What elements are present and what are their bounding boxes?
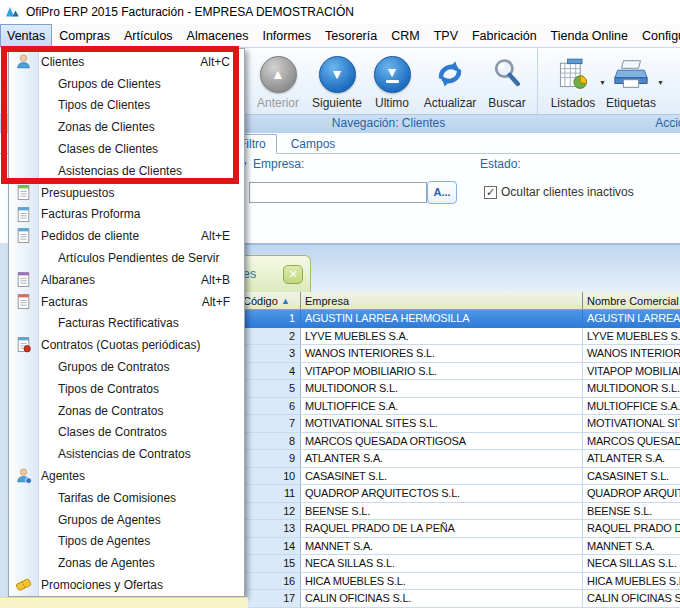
menubar-item-configuracion[interactable]: Configuración <box>635 24 680 47</box>
cell-nombre-comercial: NECA SILLAS S.L. <box>583 555 680 573</box>
document-blue-icon <box>15 206 32 223</box>
column-header-nombre-comercial[interactable]: Nombre Comercial <box>583 292 680 309</box>
toolbar-button-ultimo[interactable]: ▼Ultimo <box>366 53 418 110</box>
menubar-item-articulos[interactable]: Artículos <box>117 24 180 47</box>
menu-item-contratos-cuotas-periodicas[interactable]: Contratos (Cuotas periódicas) <box>9 334 244 356</box>
annotation-red-box <box>1 46 239 184</box>
toolbar-button-label: Etiquetas <box>606 96 656 110</box>
ticket-icon <box>15 576 32 593</box>
menu-item-label: Tipos de Agentes <box>58 534 150 548</box>
menu-item-grupos-de-contratos[interactable]: Grupos de Contratos <box>9 356 244 378</box>
menu-item-facturas-proforma[interactable]: Facturas Proforma <box>9 204 244 226</box>
title-bar: OfiPro ERP 2015 Facturación - EMPRESA DE… <box>0 0 680 24</box>
cell-nombre-comercial: ATLANTER S.A. <box>583 450 680 468</box>
cell-nombre-comercial: VITAPOP MOBILIARIO S.L. <box>583 363 680 381</box>
toolbar-button-label: Actualizar <box>424 96 477 110</box>
cell-nombre-comercial: WANOS INTERIORES S.L. <box>583 345 680 363</box>
menu-item-facturas-rectificativas[interactable]: Facturas Rectificativas <box>9 313 244 335</box>
menu-item-zonas-de-agentes[interactable]: Zonas de Agentes <box>9 552 244 574</box>
empresa-input[interactable] <box>249 182 427 203</box>
toolbar-button-siguiente[interactable]: ▼Siguiente <box>308 53 366 110</box>
table-row[interactable]: 1AGUSTIN LARREA HERMOSILLAAGUSTIN LARREA… <box>195 310 680 328</box>
table-row[interactable]: 17CALIN OFICINAS S.L.CALIN OFICINAS S.L. <box>195 590 680 608</box>
table-row[interactable]: 3WANOS INTERIORES S.L.WANOS INTERIORES S… <box>195 345 680 363</box>
menu-item-clases-de-contratos[interactable]: Clases de Contratos <box>9 422 244 444</box>
toolbar-button-anterior[interactable]: ▲Anterior <box>248 53 308 110</box>
menubar-item-tienda-online[interactable]: Tienda Online <box>544 24 635 47</box>
menu-item-zonas-de-contratos[interactable]: Zonas de Contratos <box>9 400 244 422</box>
menu-item-label: Albaranes <box>41 273 95 287</box>
grid-panel: Clientes ✕ Código ▲ Empresa Nombre Comer… <box>188 243 680 608</box>
table-row[interactable]: 15NECA SILLAS S.L.NECA SILLAS S.L. <box>195 555 680 573</box>
cell-nombre-comercial: MULTIDONOR S.L. <box>583 380 680 398</box>
menu-item-presupuestos[interactable]: Presupuestos <box>9 182 244 204</box>
cell-empresa: MANNET S.A. <box>301 538 583 556</box>
menu-item-asistencias-de-contratos[interactable]: Asistencias de Contratos <box>9 443 244 465</box>
contract-icon <box>15 336 32 353</box>
toolbar-button-etiquetas[interactable]: Etiquetas▼ <box>602 53 660 110</box>
menubar-item-fabricacion[interactable]: Fabricación <box>465 24 544 47</box>
menu-item-label: Zonas de Contratos <box>58 404 163 418</box>
toolbar-group-acciones: Listados▼Etiquetas▼Acciones <box>538 48 680 133</box>
menu-item-label: Artículos Pendientes de Servir <box>58 251 219 265</box>
table-row[interactable]: 16HICA MUEBLES S.L.HICA MUEBLES S.L. <box>195 573 680 591</box>
cell-nombre-comercial: AGUSTIN LARREA HERMOSILLA <box>583 310 680 328</box>
sort-asc-icon: ▲ <box>281 296 296 306</box>
close-icon[interactable]: ✕ <box>283 265 303 284</box>
menu-item-shortcut: Alt+E <box>201 229 230 243</box>
cell-empresa: MARCOS QUESADA ORTIGOSA <box>301 433 583 451</box>
tab-campos[interactable]: Campos <box>281 135 346 153</box>
table-row[interactable]: 4VITAPOP MOBILIARIO S.L.VITAPOP MOBILIAR… <box>195 363 680 381</box>
cell-empresa: BEENSE S.L. <box>301 503 583 521</box>
menu-item-promociones-y-ofertas[interactable]: Promociones y Ofertas <box>9 574 244 596</box>
menu-item-agentes[interactable]: Agentes <box>9 465 244 487</box>
table-row[interactable]: 2LYVE MUEBLES S.A.LYVE MUEBLES S.A. <box>195 328 680 346</box>
toolbar-button-label: Ultimo <box>375 96 409 110</box>
menubar-item-compras[interactable]: Compras <box>52 24 117 47</box>
status-strip <box>0 597 248 608</box>
menubar-item-crm[interactable]: CRM <box>384 24 426 47</box>
table-row[interactable]: 7MOTIVATIONAL SITES S.L.MOTIVATIONAL SIT… <box>195 415 680 433</box>
table-row[interactable]: 12BEENSE S.L.BEENSE S.L. <box>195 503 680 521</box>
document-green-icon <box>15 184 32 201</box>
cell-nombre-comercial: RAQUEL PRADO DE LA PEÑA <box>583 520 680 538</box>
lookup-button[interactable]: A... <box>427 181 457 204</box>
menu-item-grupos-de-agentes[interactable]: Grupos de Agentes <box>9 509 244 531</box>
empresa-label: Empresa: <box>253 157 304 171</box>
table-row[interactable]: 14MANNET S.A.MANNET S.A. <box>195 538 680 556</box>
table-row[interactable]: 10CASASINET S.L.CASASINET S.L. <box>195 468 680 486</box>
menu-item-shortcut: Alt+B <box>201 273 230 287</box>
menu-item-pedidos-de-cliente[interactable]: Pedidos de clienteAlt+E <box>9 225 244 247</box>
menu-item-albaranes[interactable]: AlbaranesAlt+B <box>9 269 244 291</box>
cell-empresa: VITAPOP MOBILIARIO S.L. <box>301 363 583 381</box>
last-record-icon: ▼ <box>374 55 411 93</box>
cell-empresa: NECA SILLAS S.L. <box>301 555 583 573</box>
toolbar-group-label: Navegación: Clientes <box>240 114 537 133</box>
menubar-item-tpv[interactable]: TPV <box>427 24 465 47</box>
menu-item-tipos-de-contratos[interactable]: Tipos de Contratos <box>9 378 244 400</box>
menu-item-articulos-pendientes-de-servir[interactable]: Artículos Pendientes de Servir <box>9 247 244 269</box>
cell-nombre-comercial: MOTIVATIONAL SITES S.L. <box>583 415 680 433</box>
menubar-item-almacenes[interactable]: Almacenes <box>180 24 256 47</box>
table-row[interactable]: 13RAQUEL PRADO DE LA PEÑARAQUEL PRADO DE… <box>195 520 680 538</box>
table-row[interactable]: 11QUADROP ARQUITECTOS S.L.QUADROP ARQUIT… <box>195 485 680 503</box>
table-row[interactable]: 9ATLANTER S.A.ATLANTER S.A. <box>195 450 680 468</box>
menubar-item-ventas[interactable]: Ventas <box>0 24 52 47</box>
estado-label: Estado: <box>480 157 521 171</box>
cell-nombre-comercial: CALIN OFICINAS S.L. <box>583 590 680 608</box>
inactive-clients-checkbox[interactable]: ✓ <box>484 186 497 199</box>
menubar-item-tesoreria[interactable]: Tesorería <box>318 24 384 47</box>
menubar-item-informes[interactable]: Informes <box>255 24 318 47</box>
table-row[interactable]: 5MULTIDONOR S.L.MULTIDONOR S.L. <box>195 380 680 398</box>
menu-item-facturas[interactable]: FacturasAlt+F <box>9 291 244 313</box>
toolbar-button-actualizar[interactable]: Actualizar <box>418 53 482 110</box>
menu-item-tarifas-de-comisiones[interactable]: Tarifas de Comisiones <box>9 487 244 509</box>
toolbar-button-buscar[interactable]: Buscar <box>482 53 532 110</box>
dropdown-arrow-icon[interactable]: ▼ <box>657 79 664 86</box>
table-row[interactable]: 6MULTIOFFICE S.A.MULTIOFFICE S.A. <box>195 398 680 416</box>
menu-item-label: Presupuestos <box>41 186 114 200</box>
table-row[interactable]: 8MARCOS QUESADA ORTIGOSAMARCOS QUESADA O… <box>195 433 680 451</box>
menu-item-tipos-de-agentes[interactable]: Tipos de Agentes <box>9 531 244 553</box>
column-header-empresa[interactable]: Empresa <box>301 292 583 309</box>
toolbar-button-listados[interactable]: Listados▼ <box>544 53 602 110</box>
